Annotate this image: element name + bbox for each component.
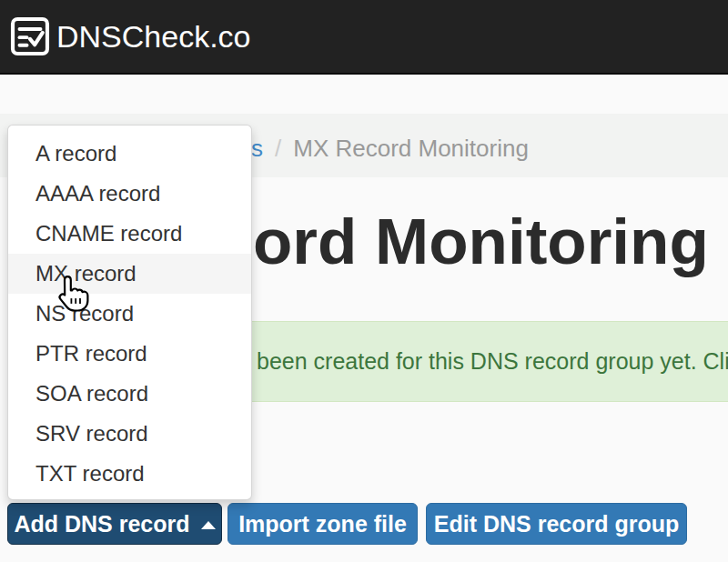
menu-item-cname-record[interactable]: CNAME record [8,214,251,254]
edit-dns-record-group-button[interactable]: Edit DNS record group [426,503,687,545]
menu-item-txt-record[interactable]: TXT record [8,454,251,494]
breadcrumb-current: MX Record Monitoring [293,135,529,162]
success-alert-text: been created for this DNS record group y… [257,348,728,375]
add-dns-record-button[interactable]: Add DNS record [7,503,222,545]
checklist-logo-icon [9,15,56,57]
breadcrumb-parent-link[interactable]: s [251,135,263,162]
menu-item-soa-record[interactable]: SOA record [8,374,251,414]
page: DNSCheck.co s/MX Record Monitoring ord M… [0,0,728,562]
menu-item-mx-record[interactable]: MX record [8,254,251,294]
navbar: DNSCheck.co [0,0,728,75]
dropdown-item-list: A record AAAA record CNAME record MX rec… [8,134,251,494]
brand-link[interactable]: DNSCheck.co [9,15,251,57]
add-dns-record-label: Add DNS record [14,511,189,537]
breadcrumb: s/MX Record Monitoring [251,135,529,163]
menu-item-ns-record[interactable]: NS record [8,294,251,334]
menu-item-ptr-record[interactable]: PTR record [8,334,251,374]
import-zone-file-label: Import zone file [238,511,407,537]
page-title: ord Monitoring [253,209,709,274]
breadcrumb-separator: / [275,135,281,162]
edit-dns-record-group-label: Edit DNS record group [434,511,679,537]
add-record-dropdown-menu: A record AAAA record CNAME record MX rec… [7,125,252,500]
brand-title: DNSCheck.co [56,19,251,55]
menu-item-aaaa-record[interactable]: AAAA record [8,174,251,214]
import-zone-file-button[interactable]: Import zone file [228,503,418,545]
caret-up-icon [201,521,216,529]
menu-item-a-record[interactable]: A record [8,134,251,174]
menu-item-srv-record[interactable]: SRV record [8,414,251,454]
